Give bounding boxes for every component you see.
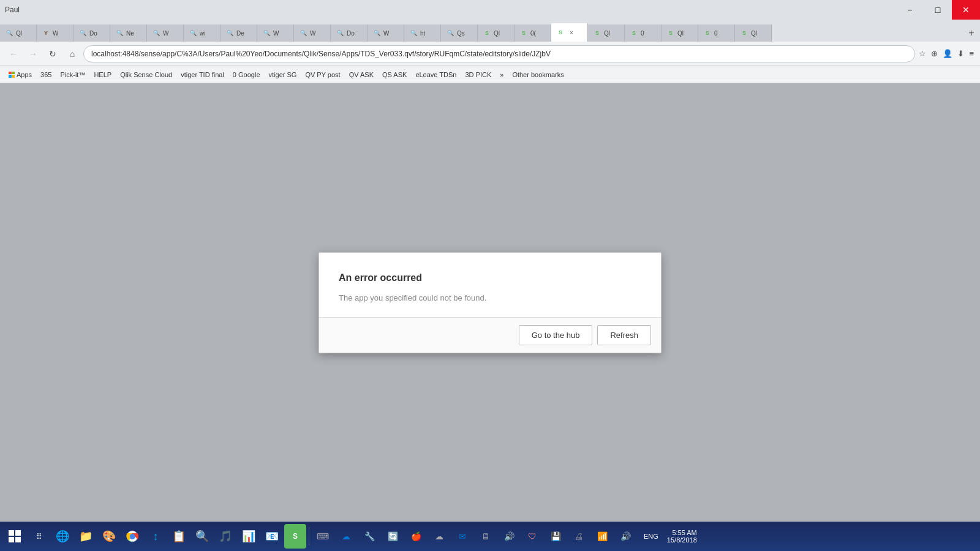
taskbar-print-icon[interactable]: 🖨 [568, 524, 590, 549]
bookmark-label-2: Pick-it™ [60, 71, 85, 78]
tab-0[interactable]: 🔍Ql [0, 24, 37, 42]
taskbar-mail-icon[interactable]: ✉ [451, 524, 473, 549]
taskbar: ⠿ 🌐 📁 🎨 ↕ 📋 🔍 🎵 📊 📧 S ⌨ ☁ 🔧 🔄 🍎 ☁ ✉ 🖥 🔊 … [0, 522, 980, 551]
taskbar-keyboard-icon[interactable]: ⌨ [312, 524, 334, 549]
taskbar-explorer-icon[interactable]: 📁 [75, 524, 97, 549]
taskbar-tools-icon[interactable]: 🔧 [358, 524, 380, 549]
taskbar-qlik-icon[interactable]: S [284, 524, 306, 549]
tab-label-9: Do [347, 30, 355, 37]
tab-label-20: Ql [751, 30, 757, 37]
bookmark-label-3: HELP [94, 71, 111, 78]
tab-16[interactable]: SQl [588, 24, 625, 42]
bookmark-6[interactable]: 0 Google [229, 68, 264, 81]
bookmark-11[interactable]: eLeave TDSn [412, 68, 460, 81]
bookmark-star-icon[interactable]: ☆ [919, 49, 926, 58]
taskbar-zoom-icon[interactable]: 🔍 [191, 524, 213, 549]
taskbar-chrome-icon[interactable] [121, 524, 143, 549]
refresh-button[interactable]: ↻ [44, 45, 61, 62]
bookmark-13[interactable]: » [496, 68, 507, 81]
bookmark-14[interactable]: Other bookmarks [508, 68, 567, 81]
refresh-button-dialog[interactable]: Refresh [597, 325, 651, 345]
bookmark-label-11: eLeave TDSn [415, 71, 456, 78]
tab-10[interactable]: 🔍W [368, 24, 404, 42]
tab-15[interactable]: S× [551, 23, 588, 42]
taskbar-speaker-icon[interactable]: 🔊 [498, 524, 520, 549]
tab-18[interactable]: SQl [662, 24, 698, 42]
taskbar-sticky-icon[interactable]: 📋 [168, 524, 190, 549]
bookmark-0[interactable]: Apps [5, 68, 36, 81]
tab-favicon-10: 🔍 [372, 29, 381, 37]
bookmark-3[interactable]: HELP [90, 68, 115, 81]
taskbar-icloud-icon[interactable]: ☁ [428, 524, 450, 549]
tab-close-15[interactable]: × [570, 29, 573, 36]
bookmark-8[interactable]: QV PY post [301, 68, 344, 81]
taskbar-monitor-icon[interactable]: 🖥 [475, 524, 497, 549]
back-button[interactable]: ← [5, 45, 22, 62]
tab-9[interactable]: 🔍Do [331, 24, 368, 42]
bookmark-4[interactable]: Qlik Sense Cloud [116, 68, 176, 81]
bookmark-1[interactable]: 365 [37, 68, 55, 81]
taskbar-onedrive-icon[interactable]: ☁ [335, 524, 357, 549]
bookmark-2[interactable]: Pick-it™ [56, 68, 89, 81]
extensions-icon[interactable]: ⊕ [931, 49, 938, 58]
address-input[interactable] [83, 45, 915, 62]
taskbar-backup-icon[interactable]: 💾 [545, 524, 567, 549]
taskbar-antivirus-icon[interactable]: 🛡 [521, 524, 543, 549]
tab-19[interactable]: S0 [698, 24, 735, 42]
start-button[interactable] [2, 524, 27, 549]
home-button[interactable]: ⌂ [64, 45, 81, 62]
bookmark-9[interactable]: QV ASK [345, 68, 377, 81]
taskbar-misc-icon[interactable]: 🍎 [405, 524, 427, 549]
taskbar-teamviewer-icon[interactable]: ↕ [145, 524, 167, 549]
tab-label-13: Ql [494, 30, 500, 37]
new-tab-button[interactable]: + [963, 24, 980, 42]
taskbar-search-icon[interactable]: ⠿ [28, 524, 50, 549]
bookmarks-bar: Apps365Pick-it™HELPQlik Sense Cloudvtige… [0, 66, 980, 83]
close-window-button[interactable]: ✕ [952, 0, 980, 20]
tab-5[interactable]: 🔍wi [184, 24, 221, 42]
tab-4[interactable]: 🔍W [147, 24, 184, 42]
bookmark-label-10: QS ASK [382, 71, 407, 78]
user-icon[interactable]: 👤 [943, 49, 952, 58]
taskbar-ie-icon[interactable]: 🌐 [51, 524, 74, 549]
tab-2[interactable]: 🔍Do [74, 24, 110, 42]
taskbar-ppt-icon[interactable]: 📊 [238, 524, 260, 549]
taskbar-date-label: 15/8/2018 [667, 536, 697, 544]
taskbar-paint-icon[interactable]: 🎨 [98, 524, 120, 549]
download-icon[interactable]: ⬇ [957, 49, 964, 58]
tab-1[interactable]: YW [37, 24, 74, 42]
taskbar-signal-icon[interactable]: 📶 [591, 524, 613, 549]
tab-favicon-11: 🔍 [409, 29, 418, 37]
tab-3[interactable]: 🔍Ne [110, 24, 147, 42]
taskbar-time-label[interactable]: 5:55 AM [672, 529, 696, 536]
tab-13[interactable]: SQl [478, 24, 514, 42]
tab-7[interactable]: 🔍W [257, 24, 294, 42]
tab-20[interactable]: SQl [735, 24, 772, 42]
tab-label-4: W [163, 30, 168, 37]
minimize-button[interactable]: − [895, 0, 924, 20]
dialog-body: An error occurred The app you specified … [319, 253, 661, 317]
go-to-hub-button[interactable]: Go to the hub [519, 325, 593, 345]
taskbar-outlook-icon[interactable]: 📧 [261, 524, 283, 549]
tab-11[interactable]: 🔍ht [404, 24, 441, 42]
title-bar: Paul − □ ✕ [0, 0, 980, 20]
taskbar-winamp-icon[interactable]: 🎵 [214, 524, 236, 549]
bookmark-7[interactable]: vtiger SG [265, 68, 301, 81]
bookmark-12[interactable]: 3D PICK [461, 68, 495, 81]
bookmark-5[interactable]: vtiger TID final [177, 68, 228, 81]
tab-label-2: Do [89, 30, 97, 37]
tab-label-16: Ql [604, 30, 610, 37]
taskbar-sync-icon[interactable]: 🔄 [382, 524, 404, 549]
menu-icon[interactable]: ≡ [969, 49, 974, 58]
tab-17[interactable]: S0 [625, 24, 662, 42]
tab-favicon-20: S [740, 29, 748, 37]
forward-button[interactable]: → [24, 45, 42, 62]
tab-6[interactable]: 🔍De [221, 24, 257, 42]
tab-14[interactable]: S0( [514, 24, 551, 42]
tab-8[interactable]: 🔍W [294, 24, 331, 42]
tab-12[interactable]: 🔍Qs [441, 24, 478, 42]
bookmark-10[interactable]: QS ASK [379, 68, 410, 81]
tab-label-5: wi [200, 30, 205, 37]
taskbar-volume-icon[interactable]: 🔊 [614, 524, 636, 549]
maximize-button[interactable]: □ [924, 0, 952, 20]
